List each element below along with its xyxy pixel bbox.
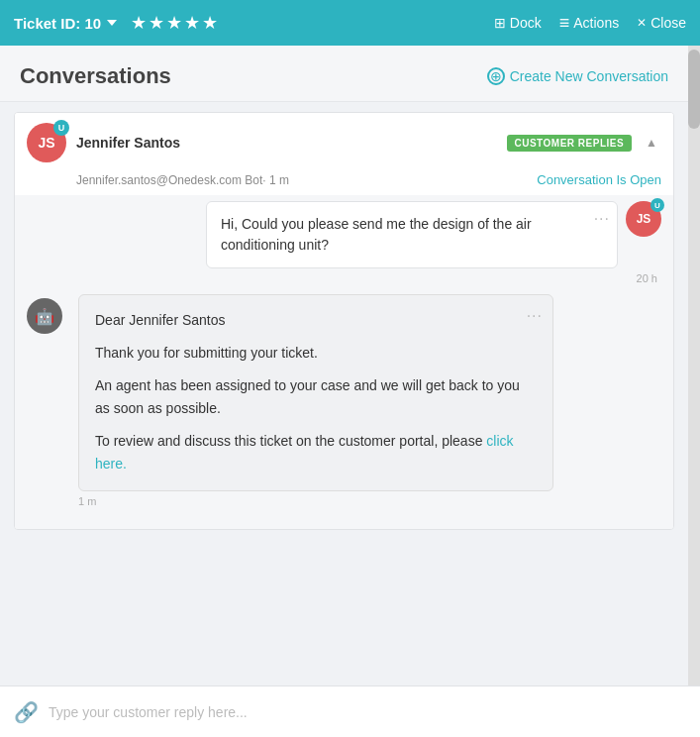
reply-input-area: 🔗 — [0, 685, 700, 737]
reply-input[interactable] — [49, 704, 686, 720]
avatar: JS U — [27, 123, 66, 162]
message-row-bot: 🤖 ··· Dear Jennifer Santos Thank you for… — [27, 294, 661, 507]
ticket-id-label[interactable]: Ticket ID: 10 — [14, 15, 117, 32]
actions-label: Actions — [573, 15, 619, 31]
header-left: Ticket ID: 10 ★ ★ ★ ★ ★ — [14, 12, 494, 34]
menu-icon — [559, 13, 570, 34]
conv-status: Conversation Is Open — [537, 172, 661, 187]
auto-reply-options-button[interactable]: ··· — [527, 303, 543, 329]
close-icon — [637, 16, 647, 30]
create-new-conversation-button[interactable]: ⊕ Create New Conversation — [487, 67, 668, 85]
conversation-item: JS U Jennifer Santos CUSTOMER REPLIES ▲ … — [14, 112, 674, 530]
collapse-button[interactable]: ▲ — [642, 132, 661, 154]
auto-reply-line1: Dear Jennifer Santos — [95, 309, 537, 332]
conv-email-text: Jennifer.santos@Onedesk.com Bot — [76, 173, 262, 187]
dock-label: Dock — [510, 15, 542, 31]
star-3[interactable]: ★ — [166, 12, 182, 34]
star-4[interactable]: ★ — [184, 12, 200, 34]
attach-icon[interactable]: 🔗 — [14, 700, 39, 724]
message-time-2: 1 m — [78, 495, 553, 507]
auto-reply-line4: To review and discuss this ticket on the… — [95, 430, 537, 475]
conversations-section-header: Conversations ⊕ Create New Conversation — [0, 46, 688, 102]
auto-reply-line2: Thank you for submitting your ticket. — [95, 342, 537, 365]
auto-reply-bubble: ··· Dear Jennifer Santos Thank you for s… — [78, 294, 553, 491]
customer-replies-badge: CUSTOMER REPLIES — [507, 135, 633, 152]
customer-message-bubble: Hi, Could you please send me the design … — [206, 201, 618, 268]
actions-button[interactable]: Actions — [559, 13, 619, 34]
messages-area: Hi, Could you please send me the design … — [15, 195, 673, 529]
ticket-dropdown-icon[interactable] — [107, 20, 117, 26]
customer-avatar-badge: U — [650, 198, 664, 212]
conv-email: Jennifer.santos@Onedesk.com Bot· 1 m — [76, 173, 289, 187]
ticket-id-text: Ticket ID: 10 — [14, 15, 101, 32]
auto-reply-line3: An agent has been assigned to your case … — [95, 374, 537, 420]
customer-message-text: Hi, Could you please send me the design … — [221, 216, 532, 253]
scrollbar-track[interactable] — [688, 46, 700, 737]
conversations-title: Conversations — [20, 63, 171, 89]
dock-icon — [494, 15, 506, 31]
star-rating[interactable]: ★ ★ ★ ★ ★ — [131, 12, 218, 34]
scrollbar-thumb[interactable] — [688, 50, 700, 129]
message-time-1: 20 h — [637, 272, 661, 284]
close-button[interactable]: Close — [637, 15, 686, 31]
ticket-header: Ticket ID: 10 ★ ★ ★ ★ ★ Dock Actions — [0, 0, 700, 46]
create-new-label: Create New Conversation — [510, 68, 668, 84]
conv-time-ago: 1 m — [269, 173, 289, 187]
star-5[interactable]: ★ — [202, 12, 218, 34]
bot-avatar-wrap: 🤖 — [27, 298, 70, 507]
avatar-initials: JS — [38, 135, 54, 151]
message-options-button[interactable]: ··· — [594, 207, 610, 231]
star-1[interactable]: ★ — [131, 12, 147, 34]
star-2[interactable]: ★ — [149, 12, 164, 34]
dock-button[interactable]: Dock — [494, 15, 542, 31]
header-right: Dock Actions Close — [494, 13, 686, 34]
click-here-link[interactable]: click here. — [95, 433, 514, 472]
close-label: Close — [650, 15, 686, 31]
conversation-meta: Jennifer.santos@Onedesk.com Bot· 1 m Con… — [15, 172, 673, 195]
customer-name: Jennifer Santos — [76, 135, 180, 151]
user-badge: U — [53, 120, 69, 136]
customer-avatar-wrap: JS U — [626, 201, 661, 237]
bot-avatar: 🤖 — [27, 298, 62, 334]
conv-header-left: JS U Jennifer Santos — [27, 123, 180, 162]
customer-avatar-initials: JS — [637, 212, 651, 226]
conversation-item-header: JS U Jennifer Santos CUSTOMER REPLIES ▲ — [15, 113, 673, 172]
plus-circle-icon: ⊕ — [487, 67, 505, 85]
message-row-customer: Hi, Could you please send me the design … — [27, 201, 661, 284]
